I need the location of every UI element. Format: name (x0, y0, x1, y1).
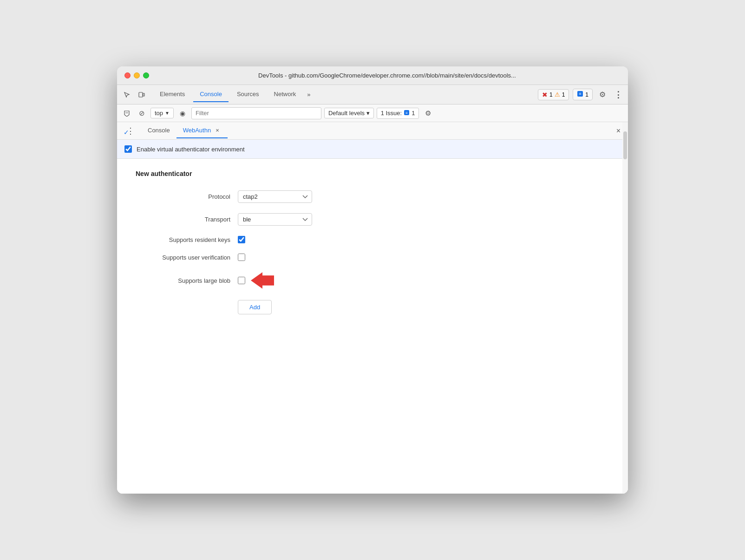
close-button[interactable] (124, 72, 131, 78)
issues-info-icon: ≡ (404, 110, 410, 117)
large-blob-checkbox[interactable] (238, 277, 245, 284)
main-tab-bar: Elements Console Sources Network » ✖ 1 ⚠… (117, 85, 628, 104)
device-toolbar-icon[interactable] (136, 89, 148, 101)
resident-keys-checkbox[interactable] (238, 236, 245, 243)
drawer-tab-webauthn-label: WebAuthn (183, 127, 211, 134)
eye-icon[interactable]: ◉ (176, 107, 189, 119)
info-badge-button[interactable]: ≡ 1 (573, 89, 593, 100)
transport-label: Transport (136, 216, 238, 223)
tab-bar-right: ✖ 1 ⚠ 1 ≡ 1 ⚙ ⋮ (538, 89, 624, 101)
issues-count: 1 (412, 110, 415, 117)
devtools-window: DevTools - github.com/GoogleChrome/devel… (117, 66, 628, 494)
chevron-down-icon: ▼ (165, 111, 170, 116)
info-icon: ≡ (577, 91, 583, 98)
issues-button[interactable]: 1 Issue: ≡ 1 (377, 108, 419, 119)
tab-console[interactable]: Console (193, 87, 229, 102)
issues-label: 1 Issue: (381, 110, 402, 117)
traffic-lights (124, 72, 149, 78)
warning-icon: ⚠ (555, 91, 560, 98)
resident-keys-label: Supports resident keys (136, 236, 238, 243)
enable-label: Enable virtual authenticator environment (137, 146, 245, 153)
log-levels-label: Default levels ▾ (328, 110, 370, 117)
drawer-area: ✓ ⋮ Console WebAuthn × × Enable virtual … (117, 122, 628, 494)
drawer-tab-bar: ⋮ Console WebAuthn × × (117, 122, 628, 140)
context-selector[interactable]: top ▼ (150, 108, 174, 118)
console-toolbar: ⊘ top ▼ ◉ Default levels ▾ 1 Issue: ≡ 1 … (117, 104, 628, 122)
block-icon[interactable]: ⊘ (136, 107, 148, 119)
transport-row: Transport ble usb nfc internal (136, 213, 609, 226)
add-button[interactable]: Add (238, 300, 272, 314)
red-arrow-icon (251, 271, 274, 290)
tab-elements[interactable]: Elements (153, 87, 191, 102)
protocol-row: Protocol ctap2 u2f (136, 190, 609, 203)
settings-icon[interactable]: ⚙ (596, 89, 608, 101)
maximize-button[interactable] (143, 72, 149, 78)
context-value: top (155, 110, 163, 117)
user-verification-checkbox[interactable] (238, 254, 245, 261)
warning-count: 1 (562, 91, 565, 98)
svg-text:≡: ≡ (405, 111, 408, 115)
drawer-tab-close-icon[interactable]: × (214, 126, 221, 135)
large-blob-arrow-container (238, 271, 274, 290)
svg-marker-4 (124, 111, 129, 117)
more-options-icon[interactable]: ⋮ (612, 89, 624, 101)
svg-text:≡: ≡ (579, 91, 582, 96)
error-badge-button[interactable]: ✖ 1 ⚠ 1 (538, 89, 569, 100)
cursor-icon[interactable] (121, 89, 133, 101)
user-verification-label: Supports user verification (136, 254, 238, 261)
svg-rect-1 (143, 93, 144, 96)
error-icon: ✖ (542, 91, 548, 98)
transport-select[interactable]: ble usb nfc internal (238, 213, 312, 226)
devtools-body: Elements Console Sources Network » ✖ 1 ⚠… (117, 85, 628, 494)
clear-console-icon[interactable] (121, 107, 133, 119)
enable-checkbox[interactable] (124, 145, 132, 153)
minimize-button[interactable] (134, 72, 140, 78)
log-levels-button[interactable]: Default levels ▾ (324, 108, 374, 118)
large-blob-row: Supports large blob (136, 271, 609, 290)
error-count: 1 (549, 91, 553, 98)
scrollbar[interactable] (622, 122, 628, 494)
svg-marker-8 (251, 272, 274, 289)
drawer-tab-webauthn[interactable]: WebAuthn × (176, 123, 228, 138)
filter-input[interactable] (191, 107, 321, 119)
info-count: 1 (585, 91, 588, 98)
tab-bar-icons (121, 89, 148, 101)
drawer-tab-console[interactable]: Console (141, 124, 176, 137)
resident-keys-row: Supports resident keys (136, 236, 609, 243)
user-verification-row: Supports user verification (136, 254, 609, 261)
tab-sources[interactable]: Sources (230, 87, 266, 102)
blue-tick: ✓ (124, 129, 129, 136)
console-settings-icon[interactable]: ⚙ (422, 107, 434, 119)
scrollbar-thumb[interactable] (623, 131, 627, 159)
content-area: New authenticator Protocol ctap2 u2f Tra… (117, 159, 628, 326)
section-title: New authenticator (136, 170, 609, 177)
protocol-select[interactable]: ctap2 u2f (238, 190, 312, 203)
protocol-label: Protocol (136, 193, 238, 200)
tabs-more-button[interactable]: » (304, 89, 313, 100)
add-button-row: Add (136, 300, 609, 314)
large-blob-label: Supports large blob (136, 277, 238, 284)
tab-network[interactable]: Network (268, 87, 303, 102)
window-title: DevTools - github.com/GoogleChrome/devel… (154, 72, 621, 79)
svg-rect-0 (139, 92, 143, 97)
title-bar: DevTools - github.com/GoogleChrome/devel… (117, 66, 628, 85)
drawer-close-icon[interactable]: × (614, 125, 622, 137)
enable-authenticator-row: Enable virtual authenticator environment (117, 140, 628, 159)
